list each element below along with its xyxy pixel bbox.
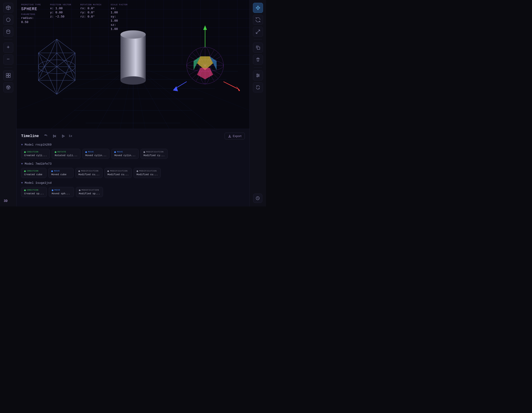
event-dot-0-2 xyxy=(85,151,87,153)
svg-point-11 xyxy=(257,74,258,75)
export-btn[interactable]: Export xyxy=(225,133,245,139)
event-card-1-2[interactable]: MODIFICATION Modified cu... xyxy=(76,168,103,178)
event-card-1-0[interactable]: CREATION Created cube xyxy=(21,168,47,178)
adjust-toolbar-btn[interactable] xyxy=(253,70,263,80)
event-desc-1-3: Modified cu... xyxy=(107,173,129,176)
event-type-0-0: CREATION xyxy=(24,151,47,153)
event-type-1-0: CREATION xyxy=(24,170,43,172)
event-card-0-0[interactable]: CREATION Created cyli... xyxy=(21,149,50,159)
history-btn[interactable] xyxy=(253,194,262,203)
event-dot-2-0 xyxy=(24,190,26,191)
event-dot-1-3 xyxy=(107,170,109,172)
event-desc-2-0: Created sp... xyxy=(24,192,44,195)
add-toolbar-btn[interactable]: + xyxy=(3,43,13,53)
event-desc-2-1: Moved sph... xyxy=(52,192,71,195)
event-desc-1-4: Modified cu... xyxy=(137,173,158,176)
position-group: POSITION VECTOR x: 1.00 y: 0.00 z: −2.50 xyxy=(50,4,71,31)
scale-sy-value: 1.00 xyxy=(111,19,127,22)
circle-toolbar-btn[interactable] xyxy=(3,15,13,25)
scale-label: SCALE FACTOR xyxy=(111,4,127,6)
event-card-0-3[interactable]: MOVE Moved cylin... xyxy=(111,149,138,159)
right-toolbar xyxy=(249,0,266,207)
event-dot-1-1 xyxy=(51,170,53,172)
event-dot-1-0 xyxy=(24,170,26,172)
svg-rect-2 xyxy=(6,73,8,75)
rotate-toolbar-btn[interactable] xyxy=(253,15,263,25)
svg-rect-10 xyxy=(257,47,260,49)
event-card-0-2[interactable]: MOVE Moved cylin... xyxy=(82,149,109,159)
position-label: POSITION VECTOR xyxy=(50,4,71,6)
model-events-1: CREATION Created cube MOVE Moved cube MO… xyxy=(21,168,245,178)
model-name-2: Model 1suga1jsd xyxy=(25,181,51,185)
pos-x: x: 1.00 xyxy=(50,7,71,10)
event-type-1-3: MODIFICATION xyxy=(107,170,129,172)
svg-rect-3 xyxy=(9,73,10,75)
cylinder-toolbar-btn[interactable] xyxy=(3,27,13,37)
info-panel: PRIMITIVE TYPE SPHERE PARAMETERS radius:… xyxy=(21,4,128,31)
delete-toolbar-btn[interactable] xyxy=(253,55,263,65)
rot-ry: ry: 0.0° xyxy=(80,11,102,14)
event-type-2-1: MOVE xyxy=(52,189,71,191)
timeline-step-btn[interactable] xyxy=(51,133,58,139)
cylinder-object xyxy=(121,30,146,85)
rot-rx: rx: 0.0° xyxy=(80,7,102,10)
scale-group: SCALE FACTOR sx: 1.00 sy: 1.00 sz: 1.00 xyxy=(111,4,127,31)
event-card-1-3[interactable]: MODIFICATION Modified cu... xyxy=(104,168,132,178)
event-type-0-2: MOVE xyxy=(85,151,106,153)
event-card-1-4[interactable]: MODIFICATION Modified cu... xyxy=(133,168,161,178)
event-type-2-2: MODIFICATION xyxy=(79,189,100,191)
copy-toolbar-btn[interactable] xyxy=(253,43,263,53)
model-chevron-1: ▼ xyxy=(21,162,23,166)
timeline-model-0: ▼ Model rncplh269 CREATION Created cyli.… xyxy=(21,143,245,159)
scale-toolbar-btn[interactable] xyxy=(253,27,263,37)
event-card-1-1[interactable]: MOVE Moved cube xyxy=(48,168,74,178)
event-dot-1-2 xyxy=(78,170,80,172)
scale-sx-value: 1.00 xyxy=(111,11,127,14)
event-type-0-3: MOVE xyxy=(114,151,135,153)
event-desc-0-1: Rotated cyli... xyxy=(55,154,77,157)
event-card-2-2[interactable]: MODIFICATION Modified sp... xyxy=(76,187,103,197)
model-header-2[interactable]: ▼ Model 1suga1jsd xyxy=(21,181,245,185)
primitive-type-label: PRIMITIVE TYPE xyxy=(21,4,41,6)
viewport-3d[interactable]: PRIMITIVE TYPE SPHERE PARAMETERS radius:… xyxy=(17,0,249,129)
svg-point-7 xyxy=(7,87,8,87)
model-chevron-2: ▼ xyxy=(21,182,23,185)
subtract-toolbar-btn[interactable]: − xyxy=(3,55,13,65)
primitive-type-value: SPHERE xyxy=(21,7,41,11)
left-toolbar: + − 3D xyxy=(0,0,17,207)
model-events-0: CREATION Created cyli... ROTATE Rotated … xyxy=(21,149,245,159)
event-type-2-0: CREATION xyxy=(24,189,44,191)
event-type-0-4: MODIFICATION xyxy=(143,151,165,153)
event-card-0-4[interactable]: MODIFICATION Modified cy... xyxy=(141,149,168,159)
cube-toolbar-btn[interactable] xyxy=(3,3,13,13)
model-header-0[interactable]: ▼ Model rncplh269 xyxy=(21,143,245,146)
viewport-3d-label: 3D xyxy=(4,199,8,203)
svg-point-12 xyxy=(258,75,259,76)
move-toolbar-btn[interactable] xyxy=(253,3,263,13)
group-toolbar-btn[interactable] xyxy=(3,70,13,80)
timeline-speed[interactable]: 1x xyxy=(69,134,72,138)
svg-rect-4 xyxy=(6,76,8,77)
pos-z: z: −2.50 xyxy=(50,15,71,19)
event-desc-1-1: Moved cube xyxy=(51,173,71,176)
event-desc-0-0: Created cyli... xyxy=(24,154,47,157)
event-card-0-1[interactable]: ROTATE Rotated cyli... xyxy=(52,149,80,159)
event-dot-0-0 xyxy=(24,151,26,153)
palette-toolbar-btn[interactable] xyxy=(3,82,13,92)
event-desc-2-2: Modified sp... xyxy=(79,192,100,195)
parameters-label: PARAMETERS xyxy=(21,13,41,16)
timeline-panel: Timeline 1x xyxy=(17,129,249,207)
svg-point-8 xyxy=(9,87,9,87)
refresh-toolbar-btn[interactable] xyxy=(253,82,263,92)
scale-sz-label: sz: xyxy=(111,23,127,27)
event-card-2-1[interactable]: MOVE Moved sph... xyxy=(49,187,74,197)
svg-point-68 xyxy=(121,76,146,85)
event-desc-0-4: Modified cy... xyxy=(143,154,165,157)
event-card-2-0[interactable]: CREATION Created sp... xyxy=(21,187,47,197)
rotation-group: ROTATION MATRIX rx: 0.0° ry: 0.0° rz: 0.… xyxy=(80,4,102,31)
timeline-reset-btn[interactable] xyxy=(43,133,49,139)
svg-line-82 xyxy=(175,82,187,88)
timeline-play-btn[interactable] xyxy=(60,133,66,139)
event-dot-0-1 xyxy=(55,151,56,153)
model-header-1[interactable]: ▼ Model 7mdlbfe73 xyxy=(21,162,245,166)
